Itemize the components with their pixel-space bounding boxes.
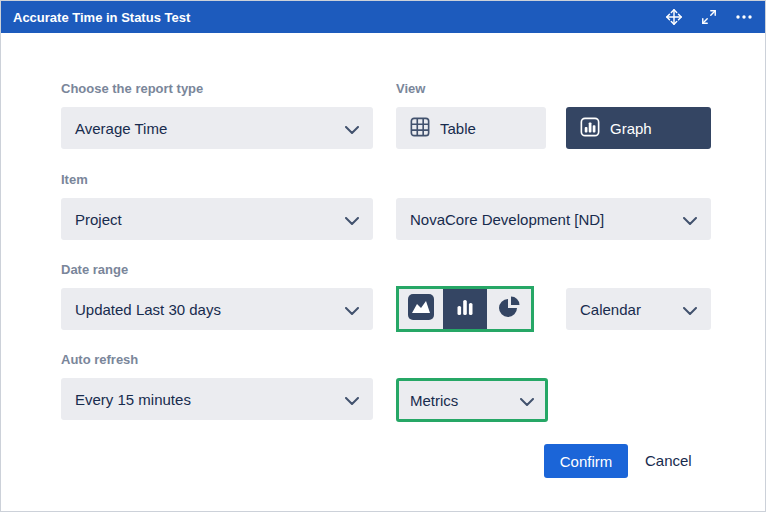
- graph-icon: [580, 117, 600, 140]
- chart-type-selector: [396, 286, 534, 332]
- date-range-label: Date range: [61, 262, 128, 277]
- date-range-dropdown[interactable]: Updated Last 30 days: [61, 288, 373, 330]
- expand-icon[interactable]: [701, 9, 717, 25]
- metrics-dropdown[interactable]: Metrics: [396, 378, 548, 422]
- view-graph-button[interactable]: Graph: [566, 107, 711, 149]
- item-dropdown[interactable]: Project: [61, 198, 373, 240]
- item-label: Item: [61, 172, 88, 187]
- auto-refresh-dropdown[interactable]: Every 15 minutes: [61, 378, 373, 420]
- calendar-dropdown[interactable]: Calendar: [566, 288, 711, 330]
- bar-chart-icon: [453, 295, 477, 323]
- auto-refresh-label: Auto refresh: [61, 352, 138, 367]
- view-label: View: [396, 81, 425, 96]
- auto-refresh-value: Every 15 minutes: [75, 391, 191, 408]
- chevron-down-icon: [345, 301, 359, 318]
- view-table-label: Table: [440, 120, 476, 137]
- area-chart-button[interactable]: [399, 289, 443, 329]
- report-type-label: Choose the report type: [61, 81, 203, 96]
- header-icon-group: [665, 8, 753, 26]
- cancel-button[interactable]: Cancel: [645, 452, 692, 469]
- view-table-button[interactable]: Table: [396, 107, 546, 149]
- metrics-value: Metrics: [410, 392, 458, 409]
- table-icon: [410, 117, 430, 140]
- date-range-value: Updated Last 30 days: [75, 301, 221, 318]
- dialog-title: Accurate Time in Status Test: [13, 10, 190, 25]
- dialog-header: Accurate Time in Status Test: [1, 1, 765, 33]
- chevron-down-icon: [520, 392, 534, 409]
- more-menu-icon[interactable]: [735, 14, 753, 20]
- move-icon[interactable]: [665, 8, 683, 26]
- chevron-down-icon: [345, 391, 359, 408]
- report-type-value: Average Time: [75, 120, 167, 137]
- pie-chart-icon: [497, 295, 521, 323]
- calendar-value: Calendar: [580, 301, 641, 318]
- project-value: NovaCore Development [ND]: [410, 211, 604, 228]
- report-type-dropdown[interactable]: Average Time: [61, 107, 373, 149]
- item-value: Project: [75, 211, 122, 228]
- confirm-button[interactable]: Confirm: [544, 444, 628, 478]
- pie-chart-button[interactable]: [487, 289, 531, 329]
- project-dropdown[interactable]: NovaCore Development [ND]: [396, 198, 711, 240]
- chevron-down-icon: [683, 301, 697, 318]
- chevron-down-icon: [345, 211, 359, 228]
- view-graph-label: Graph: [610, 120, 652, 137]
- chevron-down-icon: [345, 120, 359, 137]
- chevron-down-icon: [683, 211, 697, 228]
- bar-chart-button[interactable]: [443, 289, 487, 329]
- area-chart-icon: [408, 294, 434, 324]
- time-in-status-dialog: Accurate Time in Status Test: [0, 0, 766, 512]
